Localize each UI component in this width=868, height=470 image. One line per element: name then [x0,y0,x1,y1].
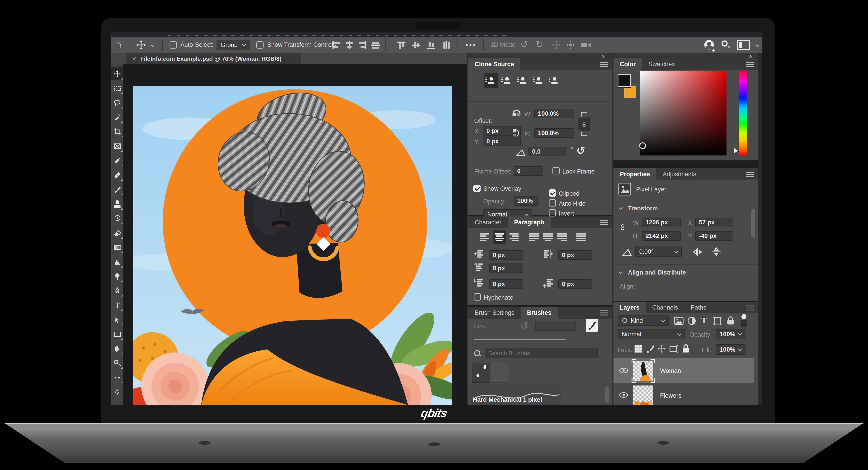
home-icon[interactable]: ⌂ [115,37,122,51]
tab-swatches[interactable]: Swatches [642,58,681,70]
close-tab-icon[interactable]: × [132,55,136,63]
prop-y-field[interactable]: -40 px [695,231,733,241]
filter-type-layers-icon[interactable]: T [701,315,707,325]
layers-menu-icon[interactable] [746,306,754,306]
tool-swap-colors-icon[interactable] [111,385,123,399]
workspace-chooser-icon[interactable] [737,40,750,50]
show-overlay-checkbox[interactable] [473,185,480,192]
para-align-right-icon[interactable] [508,233,519,242]
link-scale-button[interactable]: ∞ [578,118,590,131]
paragraph-menu-icon[interactable] [600,220,608,221]
artwork[interactable] [133,86,452,405]
lock-image-icon[interactable] [646,344,655,353]
tool-history-brush[interactable] [111,212,123,225]
search-icon[interactable] [721,40,731,50]
distribute-vertical-icon[interactable] [441,41,451,50]
tool-type[interactable]: T [111,299,123,312]
auto-select-checkbox[interactable] [169,41,177,49]
clipped-checkbox[interactable] [549,189,556,196]
tab-color[interactable]: Color [614,58,642,70]
tab-paths[interactable]: Paths [684,302,712,313]
transform-collapse-icon[interactable] [619,206,623,210]
filter-adjustment-layers-icon[interactable] [687,316,696,325]
filter-pixel-layers-icon[interactable] [674,317,684,325]
tab-brush-settings[interactable]: Brush Settings [468,307,521,319]
woman-thumbnail[interactable] [633,361,653,381]
tab-brushes[interactable]: Brushes [521,307,558,319]
space-before-field[interactable]: 0 px [489,279,523,289]
align-vertical-centers-icon[interactable] [411,41,421,50]
background-color-swatch[interactable] [624,86,636,98]
brush-search-input[interactable] [488,350,594,357]
align-distribute-collapse-icon[interactable] [619,270,623,274]
indent-right-field[interactable]: 0 px [558,250,592,260]
flowers-visibility-icon[interactable] [619,392,628,398]
new-brush-icon[interactable] [586,319,598,332]
properties-scrollbar[interactable] [751,209,755,238]
w-field[interactable]: 100.0% [534,109,574,118]
layer-opacity-dropdown[interactable]: 100% [716,329,745,339]
clone-source-slot-2[interactable] [500,73,514,88]
tool-smudge[interactable] [111,255,123,269]
color-picker-ring[interactable] [639,143,646,149]
show-transform-checkbox[interactable] [256,41,264,49]
lock-transparent-icon[interactable] [634,345,643,353]
tab-character[interactable]: Character [468,217,508,228]
tool-lasso[interactable] [111,96,123,109]
clone-source-slot-1[interactable] [484,73,498,88]
para-justify-last-center-icon[interactable] [543,233,553,242]
prop-w-field[interactable]: 1206 px [642,218,681,227]
filter-shape-layers-icon[interactable] [713,316,722,325]
layer-row-woman[interactable]: Woman [614,358,754,383]
tab-layers[interactable]: Layers [614,302,646,313]
tool-move[interactable] [111,67,123,81]
space-after-field[interactable]: 0 px [558,279,592,289]
tool-rectangle[interactable] [111,327,123,341]
tool-path-select[interactable] [111,313,123,326]
transform-link-icon[interactable]: ∞ [618,224,628,230]
clone-source-menu-icon[interactable] [600,62,608,63]
clone-source-slot-5[interactable] [548,73,561,88]
move-tool-chevron-icon[interactable] [150,43,154,47]
brush-tile-1[interactable] [491,363,509,383]
filter-smart-objects-icon[interactable] [726,316,735,325]
tool-marquee[interactable] [111,82,123,95]
para-align-center-icon[interactable] [494,233,504,242]
woman-visibility-icon[interactable] [619,368,628,373]
tool-brush[interactable] [111,183,123,196]
h-field[interactable]: 100.0% [534,128,574,138]
align-right-edges-icon[interactable] [358,41,367,50]
prop-angle-dropdown[interactable]: 0.00° [635,247,682,257]
indent-first-line-field[interactable]: 0 px [489,263,523,273]
clone-source-slot-4[interactable] [532,73,546,88]
filter-toggle-icon[interactable] [740,314,748,327]
tool-gradient[interactable] [111,241,123,254]
clone-source-slot-3[interactable] [516,73,530,88]
color-menu-icon[interactable] [746,62,754,63]
tool-eraser[interactable] [111,226,123,240]
tab-paragraph[interactable]: Paragraph [508,217,551,228]
tool-edit-toolbar[interactable] [111,371,123,384]
indent-left-field[interactable]: 0 px [489,250,523,260]
prop-x-field[interactable]: 57 px [695,218,733,227]
document-tab[interactable]: × FileInfo.com Example.psd @ 70% (Woman,… [126,53,301,64]
align-horizontal-centers-icon[interactable] [344,41,354,50]
tool-healing-brush[interactable] [111,168,123,182]
para-justify-all-icon[interactable] [577,233,587,242]
flowers-thumbnail[interactable] [633,385,653,405]
saturation-brightness-box[interactable] [640,71,726,155]
tool-clone-stamp[interactable] [111,197,123,211]
brush-tile-preview[interactable] [472,363,490,383]
tool-crop[interactable] [111,125,123,138]
lock-position-icon[interactable] [657,344,666,353]
tool-dodge[interactable] [111,270,123,283]
foreground-color-swatch[interactable] [618,74,631,87]
tool-zoom[interactable] [111,356,123,370]
hue-slider[interactable] [739,71,747,155]
tab-properties[interactable]: Properties [614,168,656,180]
para-justify-last-right-icon[interactable] [557,233,567,242]
brushes-menu-icon[interactable] [600,311,608,311]
properties-menu-icon[interactable] [746,172,754,173]
invert-checkbox[interactable] [549,209,556,217]
layer-blend-dropdown[interactable]: Normal [618,329,685,339]
